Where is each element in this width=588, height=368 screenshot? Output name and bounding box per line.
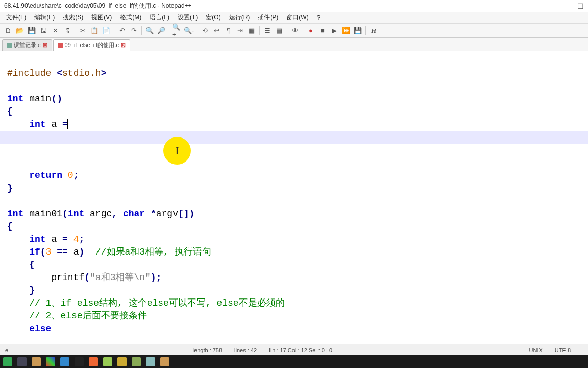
status-lines: lines : 42	[234, 347, 257, 353]
code-content[interactable]: #include <stdio.h> int main() { int a = …	[7, 54, 588, 335]
showchars-icon[interactable]: ¶	[223, 26, 233, 36]
print-icon[interactable]: 🖨	[62, 26, 72, 36]
menu-edit[interactable]: 编辑(E)	[31, 12, 58, 23]
menubar: 文件(F) 编辑(E) 搜索(S) 视图(V) 格式(M) 语言(L) 设置(T…	[0, 12, 588, 24]
cursor-highlight-icon: I	[163, 137, 191, 165]
status-length: length : 758	[193, 347, 223, 353]
taskbar-explorer-icon[interactable]	[32, 357, 41, 366]
menu-format[interactable]: 格式(M)	[117, 12, 144, 23]
play-icon[interactable]: ▶	[329, 26, 339, 36]
taskbar-app3-icon[interactable]	[117, 357, 127, 366]
copy-icon[interactable]: 📋	[89, 26, 100, 36]
menu-run[interactable]: 运行(R)	[226, 12, 253, 23]
statusbar: e length : 758 lines : 42 Ln : 17 Col : …	[0, 344, 588, 355]
tab-close-icon[interactable]: ⊠	[121, 42, 126, 49]
status-eol: UNIX	[529, 347, 543, 353]
tab-close-icon[interactable]: ⊠	[43, 42, 47, 49]
menu-settings[interactable]: 设置(T)	[175, 12, 201, 23]
menu-help[interactable]: ?	[314, 13, 324, 22]
open-icon[interactable]: 📂	[15, 26, 25, 36]
taskbar-app-icon[interactable]	[17, 357, 27, 366]
undo-icon[interactable]: ↶	[117, 26, 127, 36]
minimize-icon[interactable]: —	[561, 2, 568, 10]
editor[interactable]: #include <stdio.h> int main() { int a = …	[0, 51, 588, 345]
replace-icon[interactable]: 🔎	[156, 26, 166, 36]
menu-file[interactable]: 文件(F)	[3, 12, 29, 23]
tabbar: 课堂记录.c ⊠ 09_if_else_i f的使用.c ⊠	[0, 38, 588, 51]
taskbar-app4-icon[interactable]	[132, 357, 141, 366]
file-icon	[7, 43, 12, 48]
zoomout-icon[interactable]: 🔍-	[184, 26, 194, 36]
sync-icon[interactable]: ⟲	[200, 26, 210, 36]
funclist-icon[interactable]: ☰	[262, 26, 273, 36]
close-icon[interactable]: ✕	[50, 26, 60, 36]
menu-macro[interactable]: 宏(O)	[203, 12, 224, 23]
paste-icon[interactable]: 📄	[101, 26, 111, 36]
new-icon[interactable]: 🗋	[3, 26, 13, 36]
save-icon[interactable]: 💾	[27, 26, 37, 36]
menu-plugins[interactable]: 插件(P)	[255, 12, 281, 23]
find-icon[interactable]: 🔍	[144, 26, 155, 36]
folding-icon[interactable]: ▦	[247, 26, 257, 36]
menu-window[interactable]: 窗口(W)	[283, 12, 311, 23]
status-left: e	[5, 347, 8, 353]
window-title: 68.41.90\edu\share\c_code\day05\09_if_el…	[4, 2, 561, 10]
status-encoding: UTF-8	[555, 347, 571, 353]
saveall-icon[interactable]: 🖫	[38, 26, 48, 36]
tab-2[interactable]: 09_if_else_i f的使用.c ⊠	[53, 39, 130, 51]
playmulti-icon[interactable]: ⏩	[341, 26, 351, 36]
taskbar	[0, 355, 588, 368]
tab-label: 09_if_else_i f的使用.c	[65, 41, 119, 49]
taskbar-app2-icon[interactable]	[60, 357, 69, 366]
taskbar-chrome-icon[interactable]	[46, 357, 55, 366]
taskbar-app5-icon[interactable]	[146, 357, 155, 366]
tab-1[interactable]: 课堂记录.c ⊠	[2, 39, 52, 51]
redo-icon[interactable]: ↷	[129, 26, 139, 36]
zoomin-icon[interactable]: 🔍+	[172, 26, 182, 36]
cut-icon[interactable]: ✂	[78, 26, 88, 36]
showall-icon[interactable]: 👁	[290, 26, 300, 36]
taskbar-notepad-icon[interactable]	[103, 357, 112, 366]
record-icon[interactable]: ●	[306, 26, 316, 36]
taskbar-firefox-icon[interactable]	[89, 357, 98, 366]
taskbar-start-icon[interactable]	[3, 357, 12, 366]
indent-icon[interactable]: ⇥	[235, 26, 245, 36]
wordwrap-icon[interactable]: ↩	[211, 26, 222, 36]
stop-icon[interactable]: ■	[317, 26, 328, 36]
bold-icon[interactable]: H	[369, 26, 379, 36]
savemacro-icon[interactable]: 💾	[353, 26, 363, 36]
status-position: Ln : 17 Col : 12 Sel : 0 | 0	[269, 347, 332, 353]
tab-label: 课堂记录.c	[14, 41, 41, 49]
maximize-icon[interactable]: ☐	[577, 2, 584, 10]
menu-view[interactable]: 视图(V)	[88, 12, 115, 23]
taskbar-app6-icon[interactable]	[160, 357, 169, 366]
docmap-icon[interactable]: ▤	[274, 26, 284, 36]
menu-language[interactable]: 语言(L)	[146, 12, 173, 23]
toolbar: 🗋 📂 💾 🖫 ✕ 🖨 ✂ 📋 📄 ↶ ↷ 🔍 🔎 🔍+ 🔍- ⟲ ↩ ¶ ⇥ …	[0, 24, 588, 38]
file-icon	[58, 43, 63, 48]
menu-search[interactable]: 搜索(S)	[60, 12, 86, 23]
taskbar-terminal-icon[interactable]	[75, 357, 84, 366]
titlebar: 68.41.90\edu\share\c_code\day05\09_if_el…	[0, 0, 588, 12]
